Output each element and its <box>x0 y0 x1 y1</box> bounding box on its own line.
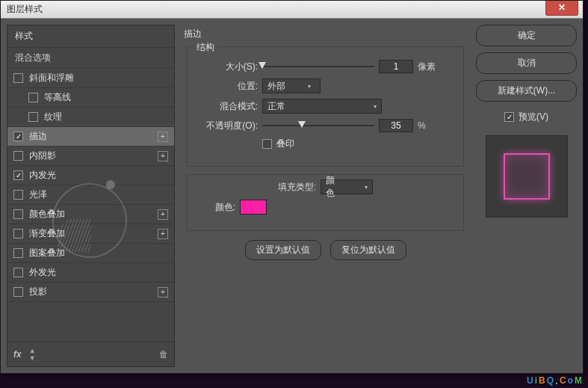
size-label: 大小(S): <box>198 61 258 73</box>
effect-label: 图案叠加 <box>29 247 168 259</box>
opacity-row: 不透明度(O): % <box>198 119 453 132</box>
cancel-button[interactable]: 取消 <box>476 52 577 74</box>
opacity-unit: % <box>418 120 426 131</box>
sidebar-blending-options[interactable]: 混合选项 <box>7 48 174 69</box>
chevron-down-icon: ▾ <box>374 103 377 110</box>
effect-checkbox[interactable] <box>13 132 23 141</box>
make-default-button[interactable]: 设置为默认值 <box>245 240 321 260</box>
position-select[interactable]: 外部▾ <box>262 78 321 93</box>
position-row: 位置: 外部▾ <box>198 78 453 93</box>
effect-row-11[interactable]: 投影+ <box>7 283 174 302</box>
effect-row-0[interactable]: 斜面和浮雕 <box>7 69 174 88</box>
effect-label: 斜面和浮雕 <box>29 72 168 84</box>
add-effect-icon[interactable]: + <box>158 151 168 161</box>
effect-label: 描边 <box>29 130 158 143</box>
blend-row: 混合模式: 正常▾ <box>198 99 453 114</box>
effect-row-7[interactable]: 颜色叠加+ <box>7 205 174 224</box>
size-unit: 像素 <box>418 61 436 73</box>
effect-checkbox[interactable] <box>13 229 23 238</box>
effect-checkbox[interactable] <box>13 73 23 83</box>
add-effect-icon[interactable]: + <box>158 287 168 298</box>
main-panel: 描边 结构 大小(S): 像素 位置: 外部▾ <box>182 25 468 367</box>
chevron-down-icon: ▾ <box>308 83 311 90</box>
size-input[interactable] <box>379 60 413 73</box>
effect-row-6[interactable]: 光泽 <box>7 185 174 205</box>
color-row: 颜色: <box>198 200 453 215</box>
structure-group: 结构 大小(S): 像素 位置: 外部▾ 混合模式: <box>187 46 464 167</box>
effect-label: 等高线 <box>44 91 168 104</box>
sidebar-header[interactable]: 样式 <box>7 25 174 48</box>
reorder-arrows-icon[interactable]: ▲▼ <box>29 347 36 362</box>
add-effect-icon[interactable]: + <box>158 229 168 239</box>
preview-checkbox[interactable]: 预览(V) <box>476 111 577 123</box>
effect-row-10[interactable]: 外发光 <box>7 263 174 283</box>
effect-label: 外发光 <box>29 266 168 279</box>
button-row: 设置为默认值 复位为默认值 <box>187 240 464 260</box>
effect-row-5[interactable]: 内发光 <box>7 166 174 185</box>
effect-label: 光泽 <box>29 188 168 201</box>
fill-type-row: 填充类型: 颜色▾ <box>198 179 453 194</box>
window-title: 图层样式 <box>7 3 545 16</box>
panel-title: 描边 <box>184 28 464 40</box>
fill-type-label: 填充类型: <box>278 181 316 194</box>
fill-type-select[interactable]: 颜色▾ <box>321 179 373 194</box>
effect-label: 渐变叠加 <box>29 227 158 240</box>
color-swatch[interactable] <box>240 200 267 215</box>
opacity-label: 不透明度(O): <box>198 120 258 132</box>
effect-checkbox[interactable] <box>28 93 38 102</box>
effect-row-8[interactable]: 渐变叠加+ <box>7 224 174 244</box>
effect-label: 纹理 <box>44 111 168 123</box>
effect-checkbox[interactable] <box>13 170 23 180</box>
effect-label: 内发光 <box>29 169 168 182</box>
reset-default-button[interactable]: 复位为默认值 <box>330 240 406 260</box>
effect-checkbox[interactable] <box>13 248 23 258</box>
effect-row-3[interactable]: 描边+ <box>7 127 174 147</box>
chevron-down-icon: ▾ <box>365 184 368 191</box>
add-effect-icon[interactable]: + <box>158 132 168 142</box>
effect-row-1[interactable]: 等高线 <box>7 88 174 108</box>
preview-box <box>486 135 568 218</box>
position-label: 位置: <box>198 80 258 93</box>
blend-select[interactable]: 正常▾ <box>262 99 382 114</box>
effect-checkbox[interactable] <box>13 268 23 277</box>
trash-icon[interactable]: 🗑 <box>159 349 168 360</box>
preview-swatch <box>504 153 550 200</box>
effect-label: 内阴影 <box>29 150 158 162</box>
fill-group: 填充类型: 颜色▾ 颜色: <box>187 174 464 231</box>
effect-checkbox[interactable] <box>13 287 23 297</box>
close-button[interactable]: ✕ <box>545 1 578 16</box>
opacity-slider[interactable] <box>262 120 374 131</box>
opacity-input[interactable] <box>379 119 413 132</box>
new-style-button[interactable]: 新建样式(W)... <box>476 80 577 102</box>
effect-row-2[interactable]: 纹理 <box>7 108 174 127</box>
layer-style-dialog: 图层样式 ✕ 样式 混合选项 斜面和浮雕等高线纹理描边+内阴影+内发光光泽颜色叠… <box>0 0 584 374</box>
right-panel: 确定 取消 新建样式(W)... 预览(V) <box>476 25 577 367</box>
effect-row-4[interactable]: 内阴影+ <box>7 147 174 166</box>
add-effect-icon[interactable]: + <box>158 209 168 220</box>
overprint-checkbox[interactable]: 叠印 <box>262 138 294 150</box>
titlebar[interactable]: 图层样式 ✕ <box>1 1 583 19</box>
effect-checkbox[interactable] <box>28 112 38 122</box>
size-slider[interactable] <box>262 61 374 72</box>
sidebar-footer: fx ▲▼ 🗑 <box>7 342 174 366</box>
effect-label: 颜色叠加 <box>29 208 158 221</box>
fx-icon[interactable]: fx <box>13 349 22 360</box>
effects-sidebar: 样式 混合选项 斜面和浮雕等高线纹理描边+内阴影+内发光光泽颜色叠加+渐变叠加+… <box>7 25 175 367</box>
structure-title: 结构 <box>194 41 217 54</box>
effect-row-9[interactable]: 图案叠加 <box>7 244 174 263</box>
effect-checkbox[interactable] <box>13 151 23 161</box>
size-row: 大小(S): 像素 <box>198 60 453 73</box>
effect-checkbox[interactable] <box>13 190 23 200</box>
color-label: 颜色: <box>198 201 235 214</box>
effect-label: 投影 <box>29 286 158 298</box>
ok-button[interactable]: 确定 <box>476 25 577 46</box>
overprint-row: 叠印 <box>198 138 453 150</box>
effect-checkbox[interactable] <box>13 209 23 219</box>
blend-label: 混合模式: <box>198 100 258 113</box>
watermark: UiBQ.CoM <box>527 375 582 387</box>
